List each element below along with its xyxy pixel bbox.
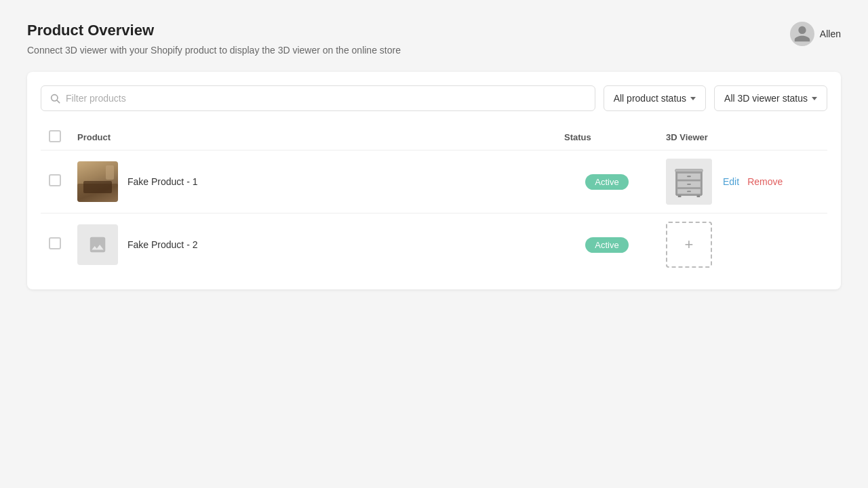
search-input[interactable] bbox=[66, 86, 587, 110]
status-badge-1: Active bbox=[585, 174, 628, 190]
svg-rect-3 bbox=[675, 169, 703, 172]
col-header-viewer: 3D Viewer bbox=[658, 125, 827, 150]
svg-rect-8 bbox=[687, 184, 691, 185]
svg-rect-10 bbox=[678, 195, 682, 197]
product-table: Product Status 3D Viewer bbox=[41, 125, 827, 276]
product-name-1: Fake Product - 1 bbox=[127, 176, 198, 187]
main-card: All product status All 3D viewer status … bbox=[27, 72, 841, 289]
col-header-product: Product bbox=[69, 125, 556, 150]
status-badge-2: Active bbox=[585, 237, 628, 253]
chevron-down-icon bbox=[812, 97, 817, 100]
user-area[interactable]: Allen bbox=[790, 22, 841, 46]
product-name-2: Fake Product - 2 bbox=[127, 239, 198, 250]
table-row: Fake Product - 1 Active bbox=[41, 150, 827, 214]
product-cell-1: Fake Product - 1 bbox=[77, 161, 548, 202]
viewer-cell-1: Edit Remove bbox=[666, 159, 819, 205]
select-all-checkbox[interactable] bbox=[49, 130, 61, 142]
svg-rect-9 bbox=[687, 190, 691, 192]
row-checkbox-1[interactable] bbox=[49, 174, 61, 186]
add-viewer-button-2[interactable]: + bbox=[666, 222, 712, 268]
page-title: Product Overview bbox=[27, 22, 401, 39]
viewer-actions-1: Edit Remove bbox=[723, 176, 783, 187]
product-thumbnail-1 bbox=[77, 161, 118, 202]
header-left: Product Overview Connect 3D viewer with … bbox=[27, 22, 401, 56]
viewer-cell-2: + bbox=[666, 222, 819, 268]
avatar bbox=[790, 22, 814, 46]
svg-rect-11 bbox=[697, 195, 701, 197]
viewer-thumbnail-1 bbox=[666, 159, 712, 205]
product-thumbnail-2 bbox=[77, 224, 118, 265]
edit-button-1[interactable]: Edit bbox=[723, 176, 739, 187]
search-icon bbox=[50, 93, 60, 104]
page-subtitle: Connect 3D viewer with your Shopify prod… bbox=[27, 45, 401, 56]
chevron-down-icon bbox=[690, 97, 696, 100]
product-cell-2: Fake Product - 2 bbox=[77, 224, 548, 265]
svg-rect-7 bbox=[687, 176, 691, 177]
search-wrapper bbox=[41, 85, 595, 111]
product-status-filter[interactable]: All product status bbox=[604, 85, 706, 111]
plus-icon: + bbox=[685, 237, 694, 252]
col-header-status: Status bbox=[556, 125, 658, 150]
page-header: Product Overview Connect 3D viewer with … bbox=[27, 22, 841, 56]
user-name: Allen bbox=[820, 28, 841, 39]
toolbar: All product status All 3D viewer status bbox=[41, 85, 827, 111]
viewer-status-filter[interactable]: All 3D viewer status bbox=[714, 85, 827, 111]
table-row: Fake Product - 2 Active + bbox=[41, 214, 827, 277]
svg-line-1 bbox=[57, 100, 60, 103]
remove-button-1[interactable]: Remove bbox=[747, 176, 783, 187]
row-checkbox-2[interactable] bbox=[49, 237, 61, 249]
